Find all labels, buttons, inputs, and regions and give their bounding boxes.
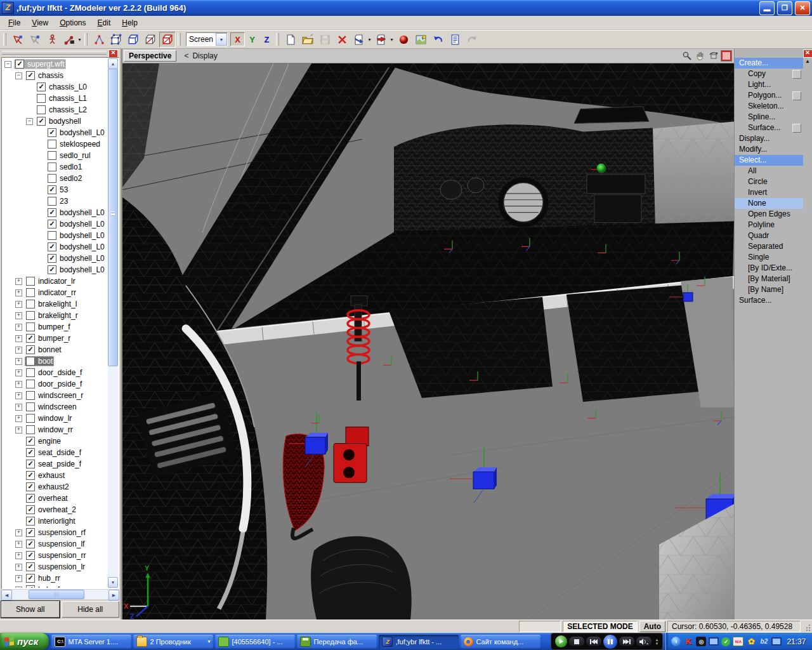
select-pin-button[interactable] [10,32,26,48]
tree-item-chassis-l0[interactable]: ✓chassis_L0 [3,81,108,93]
tree-item-overheat[interactable]: ✓overheat [3,493,108,504]
tree-item-indicator-lr[interactable]: +indicator_lr [3,275,108,287]
tree-item-bodyshell-l0[interactable]: ✓bodyshell_L0 [3,253,108,264]
visibility-checkbox[interactable]: ✓ [48,185,56,194]
tree-item-bumper-f[interactable]: +bumper_f [3,321,108,333]
visibility-checkbox[interactable] [26,402,35,411]
tree-item-23[interactable]: 23 [3,196,108,207]
tree-item-overheat-2[interactable]: ✓overheat_2 [3,504,108,515]
axis-y-button[interactable]: Y [245,32,259,46]
command-single[interactable]: Single [735,252,803,263]
expand-icon[interactable]: + [15,404,22,411]
tree-item-engine[interactable]: ✓engine [3,435,108,447]
command-create[interactable]: Create... [735,58,803,69]
title-bar[interactable]: Z ,fuf;ybr lfktt - ZModeler ver 2.2.2 (B… [0,0,812,16]
open-file-button[interactable] [299,32,316,48]
bones-mode-dropdown-icon[interactable]: ▾ [77,37,82,43]
auto-button[interactable]: Auto [639,621,665,632]
tree-item-suspension-rr[interactable]: +✓suspension_rr [3,550,108,561]
visibility-checkbox[interactable] [26,414,35,423]
visibility-checkbox[interactable]: ✓ [26,494,35,503]
visibility-checkbox[interactable]: ✓ [26,482,35,491]
expand-icon[interactable]: + [15,587,22,588]
scroll-left-icon[interactable]: ◀ [1,590,12,600]
task-2[interactable]: 2 Проводник▾ [133,635,213,649]
vertex-level-button[interactable] [91,32,107,48]
tree-item-interiorlight[interactable]: ✓interiorlight [3,515,108,527]
visibility-checkbox[interactable]: ✓ [48,220,56,229]
visibility-checkbox[interactable]: ✓ [48,208,56,217]
tree-item-hub-rf[interactable]: +✓hub_rf [3,584,108,588]
visibility-checkbox[interactable]: ✓ [26,437,35,446]
visibility-checkbox[interactable] [26,357,35,366]
tree-item-bodyshell-l0[interactable]: bodyshell_L0 [3,230,108,241]
scroll-up-icon[interactable]: ▲ [108,58,118,69]
command-surface[interactable]: Surface... [735,123,803,133]
viewport-canvas[interactable]: X Y Z [122,63,734,620]
import-dropdown-icon[interactable]: ▾ [367,37,372,43]
task-fuf-ybr-lfktt[interactable]: Z,fuf;ybr lfktt - ... [379,635,459,649]
task-405556640[interactable]: [405556640] - ... [215,635,295,649]
visibility-checkbox[interactable]: ✓ [26,574,35,583]
expand-icon[interactable]: + [15,289,22,296]
kaspersky-icon[interactable]: K [683,637,693,646]
tree-item-chassis-l2[interactable]: chassis_L2 [3,104,108,116]
scroll-right-icon[interactable]: ▶ [108,590,119,600]
tree-item-bodyshell-l0[interactable]: ✓bodyshell_L0 [3,241,108,253]
bones-mode-button[interactable] [61,32,77,48]
expand-icon[interactable]: + [15,347,22,354]
menu-options[interactable]: Options [54,17,91,29]
visibility-checkbox[interactable] [37,94,46,103]
command-option-box[interactable] [792,124,801,133]
command-light[interactable]: Light... [735,79,803,90]
visibility-checkbox[interactable]: ✓ [37,83,46,91]
command-by-material[interactable]: [By Material] [735,274,803,284]
visibility-checkbox[interactable]: ✓ [26,471,35,480]
expand-icon[interactable]: + [15,541,22,548]
visibility-checkbox[interactable]: ✓ [26,585,35,588]
visibility-checkbox[interactable]: ✓ [26,460,35,468]
tree-item-sedlo2[interactable]: sedlo2 [3,173,108,184]
expand-icon[interactable]: + [15,369,22,376]
tree-item-supergt-wft[interactable]: −✓supergt.wft [3,58,108,70]
expand-icon[interactable]: + [15,392,22,399]
command-option-box[interactable] [792,70,801,79]
tree-item-brakelight-l[interactable]: +brakelight_l [3,298,108,310]
previous-button[interactable] [586,637,601,646]
tree-item-bodyshell-l0[interactable]: ✓bodyshell_L0 [3,207,108,218]
visibility-checkbox[interactable]: ✓ [26,448,35,457]
collapse-chevron-icon[interactable]: ‹ [671,637,681,646]
command-polyline[interactable]: Polyline [735,220,803,230]
task-[interactable]: Сайт команд... [461,635,540,649]
visibility-checkbox[interactable]: ✓ [48,254,56,263]
orbit-icon[interactable] [708,50,719,62]
redo-button[interactable] [464,32,480,48]
viewport-3d-scene[interactable]: X Y Z [122,63,734,620]
tree-item-bonnet[interactable]: +✓bonnet [3,344,108,355]
edge-level-button[interactable] [108,32,124,48]
expand-icon[interactable]: + [15,358,22,365]
hierarchy-panel-header[interactable]: ✕ [0,49,121,57]
stop-button[interactable] [569,637,584,646]
command-open-edges[interactable]: Open Edges [735,209,803,220]
menu-edit[interactable]: Edit [92,17,117,29]
visibility-checkbox[interactable] [48,162,56,171]
tree-item-steklospeed[interactable]: steklospeed [3,138,108,150]
material-sphere-button[interactable] [395,32,412,48]
close-button[interactable]: ✕ [795,1,810,15]
zoom-icon[interactable] [681,50,693,62]
tree-item-chassis-l1[interactable]: chassis_L1 [3,93,108,104]
visibility-checkbox[interactable]: ✓ [26,345,35,354]
menu-help[interactable]: Help [116,17,143,29]
visibility-checkbox[interactable]: ✓ [26,540,35,548]
tree-item-bumper-r[interactable]: +✓bumper_r [3,333,108,344]
agent-check-icon[interactable]: ✓ [721,637,730,646]
tree-item-chassis[interactable]: −✓chassis [3,70,108,81]
visibility-checkbox[interactable]: ✓ [15,60,24,69]
scroll-down-icon[interactable]: ▼ [108,577,118,588]
media-player-spinner[interactable]: ▲▼ [655,638,658,646]
visibility-checkbox[interactable] [37,105,46,114]
b2-icon[interactable]: b2 [759,637,769,646]
visibility-checkbox[interactable]: ✓ [26,71,35,80]
visibility-checkbox[interactable]: ✓ [26,551,35,560]
